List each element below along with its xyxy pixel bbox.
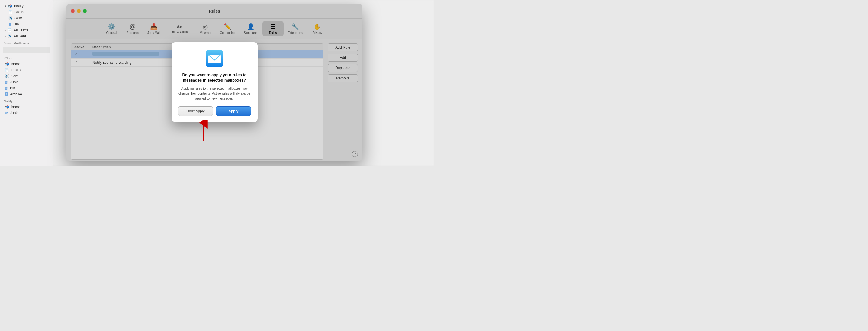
- smart-mailboxes-label: Smart Mailboxes: [0, 39, 53, 46]
- sidebar-item-icloud-bin[interactable]: 🗑 Bin: [0, 85, 53, 91]
- sidebar-item-label: Sent: [14, 16, 22, 20]
- sidebar-item-icloud-inbox[interactable]: 📬 Inbox: [0, 61, 53, 67]
- all-drafts-icon: 📄: [7, 28, 12, 32]
- sidebar-item-label: All Drafts: [13, 28, 28, 32]
- sidebar-item-label: Bin: [13, 22, 19, 26]
- bin-icon: 🗑: [8, 22, 12, 26]
- sidebar-item-label: Drafts: [11, 68, 21, 72]
- sidebar-item-sent[interactable]: ✈️ Sent: [0, 15, 53, 21]
- sidebar-item-label: Inbox: [11, 105, 20, 109]
- sidebar-item-notify-junk[interactable]: 🗑 Junk: [0, 110, 53, 116]
- sidebar-item-drafts[interactable]: 📄 Drafts: [0, 9, 53, 15]
- dont-apply-button[interactable]: Don't Apply: [178, 106, 213, 116]
- sidebar-item-label: Notify: [14, 4, 24, 8]
- notify-icon: 📬: [8, 4, 12, 8]
- sidebar-item-label: Sent: [11, 74, 19, 78]
- dialog-title: Do you want to apply your rules to messa…: [178, 72, 251, 83]
- dialog: Do you want to apply your rules to messa…: [172, 42, 258, 122]
- chevron-icon: ▾: [5, 4, 6, 7]
- red-arrow-indicator: [197, 120, 231, 143]
- all-sent-icon: ✈️: [7, 34, 12, 38]
- archive-icon: 🗄: [5, 92, 8, 96]
- sidebar-item-notify[interactable]: ▾ 📬 Notify: [0, 3, 53, 9]
- sidebar-item-icloud-drafts[interactable]: 📄 Drafts: [0, 67, 53, 73]
- inbox-icon: 📬: [5, 105, 9, 109]
- sent-icon: ✈️: [8, 16, 13, 20]
- sidebar-item-icloud-sent[interactable]: ✈️ Sent: [0, 73, 53, 79]
- sidebar-item-bin[interactable]: 🗑 Bin: [0, 21, 53, 27]
- dialog-container: Do you want to apply your rules to messa…: [172, 42, 258, 122]
- sidebar-item-label: Archive: [10, 92, 22, 96]
- sidebar-item-label: Bin: [10, 86, 15, 90]
- junk-icon: 🗑: [5, 80, 8, 84]
- rules-window: Rules ⚙️ General @ Accounts 📥 Junk Mail …: [66, 4, 363, 161]
- sent-icon: ✈️: [5, 74, 9, 78]
- sidebar-item-all-drafts[interactable]: › 📄 All Drafts: [0, 27, 53, 33]
- chevron-icon: ›: [5, 35, 6, 38]
- bin-icon: 🗑: [5, 86, 8, 90]
- dialog-overlay: Do you want to apply your rules to messa…: [66, 4, 363, 161]
- sidebar-item-label: Inbox: [11, 62, 20, 66]
- drafts-icon: 📄: [8, 10, 13, 14]
- sidebar-item-all-sent[interactable]: › ✈️ All Sent: [0, 33, 53, 39]
- sidebar-item-notify-inbox[interactable]: 📬 Inbox: [0, 104, 53, 110]
- apply-button[interactable]: Apply: [216, 106, 251, 116]
- junk-icon: 🗑: [5, 111, 8, 115]
- sidebar-item-icloud-archive[interactable]: 🗄 Archive: [0, 91, 53, 97]
- sidebar-item-label: Drafts: [14, 10, 24, 14]
- sidebar-item-label: All Sent: [13, 34, 26, 38]
- sidebar: ▾ 📬 Notify 📄 Drafts ✈️ Sent 🗑 Bin › 📄 Al…: [0, 0, 53, 166]
- icloud-label: iCloud: [0, 54, 53, 61]
- dialog-buttons: Don't Apply Apply: [178, 106, 251, 116]
- chevron-icon: ›: [5, 29, 6, 32]
- sidebar-item-label: Junk: [10, 111, 18, 115]
- sidebar-item-icloud-junk[interactable]: 🗑 Junk: [0, 79, 53, 85]
- dialog-message: Applying rules to the selected mailboxes…: [178, 86, 251, 101]
- mail-app-icon: [206, 50, 223, 67]
- sidebar-item-label: Junk: [10, 80, 18, 84]
- inbox-icon: 📬: [5, 62, 9, 66]
- notify-group-label: Notify: [0, 97, 53, 104]
- drafts-icon: 📄: [5, 68, 9, 72]
